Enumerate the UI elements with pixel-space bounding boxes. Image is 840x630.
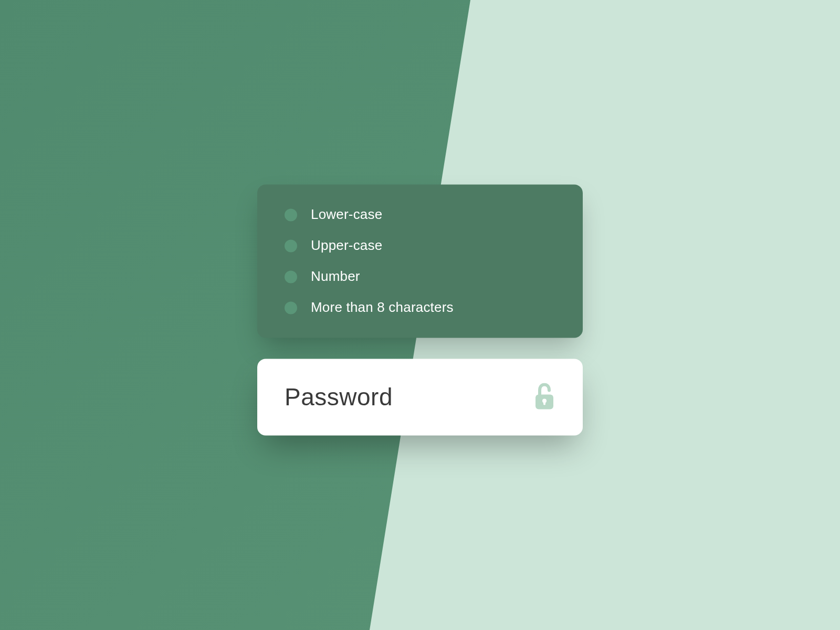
requirement-dot-icon [285,270,297,283]
requirement-label: Lower-case [311,206,382,223]
password-widget: Lower-case Upper-case Number More than 8… [257,184,583,435]
requirement-item: Lower-case [285,206,555,223]
requirement-label: Number [311,268,360,285]
password-input-card [257,359,583,435]
requirements-card: Lower-case Upper-case Number More than 8… [257,184,583,338]
requirement-dot-icon [285,239,297,252]
requirement-label: More than 8 characters [311,299,454,316]
requirement-label: Upper-case [311,237,382,254]
svg-rect-2 [543,401,545,405]
requirement-item: More than 8 characters [285,299,555,316]
password-input[interactable] [285,383,523,411]
requirement-dot-icon [285,301,297,314]
requirement-item: Number [285,268,555,285]
lock-open-icon [533,383,555,411]
requirement-dot-icon [285,208,297,221]
requirement-item: Upper-case [285,237,555,254]
